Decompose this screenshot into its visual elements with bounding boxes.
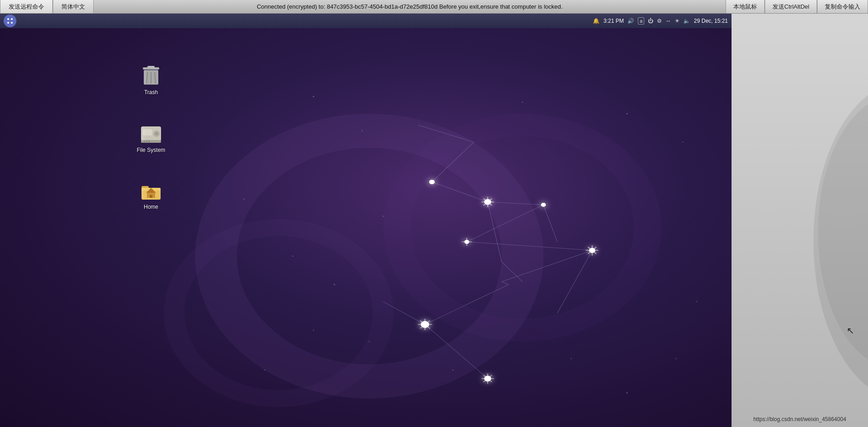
speaker-icon[interactable]: 🔈: [683, 18, 690, 24]
svg-point-30: [368, 341, 369, 342]
taskbar-time: 3:21 PM: [603, 18, 624, 24]
svg-line-6: [432, 182, 488, 202]
svg-point-2: [7, 22, 9, 24]
svg-rect-78: [146, 141, 147, 142]
send-remote-command-button[interactable]: 发送远程命令: [0, 0, 53, 13]
svg-line-49: [420, 321, 429, 329]
svg-line-4: [418, 125, 474, 142]
svg-line-7: [488, 202, 544, 205]
svg-point-31: [452, 370, 453, 371]
svg-rect-70: [144, 70, 146, 85]
svg-point-32: [571, 358, 572, 359]
svg-point-25: [626, 113, 628, 115]
svg-point-40: [484, 199, 491, 205]
svg-point-0: [7, 18, 9, 20]
main-area: 🔔 3:21 PM 🔊 a ⏻ ⚙ ↔ ☀ 🔈 29 Dec, 15:21: [0, 14, 868, 427]
svg-line-5: [432, 142, 474, 182]
svg-point-3: [11, 22, 13, 24]
home-icon-img: [140, 180, 162, 202]
remote-desktop: 🔔 3:21 PM 🔊 a ⏻ ⚙ ↔ ☀ 🔈 29 Dec, 15:21: [0, 14, 732, 427]
svg-point-20: [397, 125, 648, 330]
svg-line-52: [484, 199, 492, 206]
svg-line-16: [383, 301, 425, 324]
taskbar-date: 29 Dec, 15:21: [694, 18, 728, 24]
constellation-overlay: [0, 28, 732, 427]
svg-point-42: [464, 240, 469, 244]
svg-line-48: [420, 321, 429, 329]
svg-rect-77: [144, 141, 145, 142]
volume-icon[interactable]: 🔊: [627, 18, 634, 24]
send-ctrl-alt-del-button[interactable]: 发送CtrlAltDel: [765, 0, 817, 13]
settings-icon[interactable]: ⚙: [657, 18, 662, 24]
svg-point-75: [156, 133, 157, 135]
right-panel: ↖ https://blog.csdn.net/weixin_45864004: [732, 14, 868, 427]
filesystem-icon-img: [140, 123, 162, 145]
svg-point-37: [313, 330, 314, 331]
taskbar-right: 🔔 3:21 PM 🔊 a ⏻ ⚙ ↔ ☀ 🔈 29 Dec, 15:21: [593, 17, 728, 25]
svg-point-26: [682, 142, 683, 143]
svg-point-35: [696, 301, 697, 302]
svg-line-57: [484, 375, 492, 382]
svg-line-56: [484, 375, 492, 382]
desktop-icon-trash[interactable]: Trash: [133, 64, 169, 97]
notification-icon[interactable]: 🔔: [593, 18, 600, 24]
network-icon[interactable]: ↔: [666, 18, 671, 24]
desktop-icon-home[interactable]: Home: [133, 178, 169, 212]
right-panel-url[interactable]: https://blog.csdn.net/weixin_45864004: [753, 416, 846, 422]
filesystem-label: File System: [137, 147, 166, 153]
svg-rect-80: [141, 126, 145, 141]
simplified-chinese-button[interactable]: 简体中文: [53, 0, 94, 13]
svg-point-34: [675, 358, 676, 359]
desktop-icon-filesystem[interactable]: File System: [133, 121, 169, 155]
power-icon[interactable]: ⏻: [648, 18, 653, 24]
keyboard-icon[interactable]: a: [638, 17, 644, 25]
svg-rect-65: [147, 66, 155, 68]
svg-point-45: [484, 376, 491, 382]
taskbar-left: [4, 15, 16, 27]
svg-line-15: [502, 262, 523, 282]
svg-point-44: [421, 321, 429, 328]
svg-point-1: [11, 18, 13, 20]
svg-point-19: [216, 131, 523, 382]
local-mouse-button[interactable]: 本地鼠标: [726, 0, 765, 13]
svg-rect-79: [148, 141, 150, 142]
desktop-area[interactable]: Trash: [0, 28, 732, 427]
filesystem-icon: [140, 125, 162, 144]
svg-line-61: [588, 247, 596, 254]
copy-command-input-button[interactable]: 复制命令输入: [817, 0, 868, 13]
svg-rect-86: [150, 195, 152, 198]
brightness-icon[interactable]: ☀: [675, 18, 680, 24]
app-menu-icon: [6, 17, 14, 25]
home-label: Home: [144, 204, 158, 210]
svg-point-39: [429, 180, 434, 184]
svg-point-33: [626, 392, 628, 394]
svg-line-18: [557, 251, 592, 313]
trash-icon-img: [140, 65, 162, 87]
trash-icon: [141, 65, 161, 87]
home-folder-icon: [141, 181, 161, 201]
svg-line-53: [484, 199, 492, 206]
connection-info: Connected (encrypted) to: 847c3953-bc57-…: [94, 3, 726, 10]
app-menu-button[interactable]: [4, 15, 16, 27]
svg-rect-87: [141, 188, 144, 200]
svg-point-21: [174, 228, 383, 399]
top-toolbar: 发送远程命令 简体中文 Connected (encrypted) to: 84…: [0, 0, 868, 14]
trash-label: Trash: [144, 89, 158, 95]
svg-line-17: [544, 205, 558, 241]
svg-point-23: [362, 131, 363, 131]
svg-point-38: [264, 370, 265, 371]
svg-line-11: [502, 282, 509, 285]
right-panel-background: [732, 14, 868, 427]
svg-point-28: [292, 256, 293, 256]
svg-line-13: [425, 324, 488, 378]
svg-line-12: [425, 285, 509, 325]
svg-line-60: [588, 247, 596, 254]
svg-line-14: [488, 202, 502, 262]
svg-point-41: [541, 203, 546, 207]
right-panel-decoration: [732, 14, 868, 427]
svg-line-9: [467, 242, 592, 251]
svg-point-43: [589, 248, 595, 253]
svg-point-36: [383, 216, 384, 216]
svg-point-27: [243, 199, 244, 200]
svg-point-22: [313, 96, 314, 97]
